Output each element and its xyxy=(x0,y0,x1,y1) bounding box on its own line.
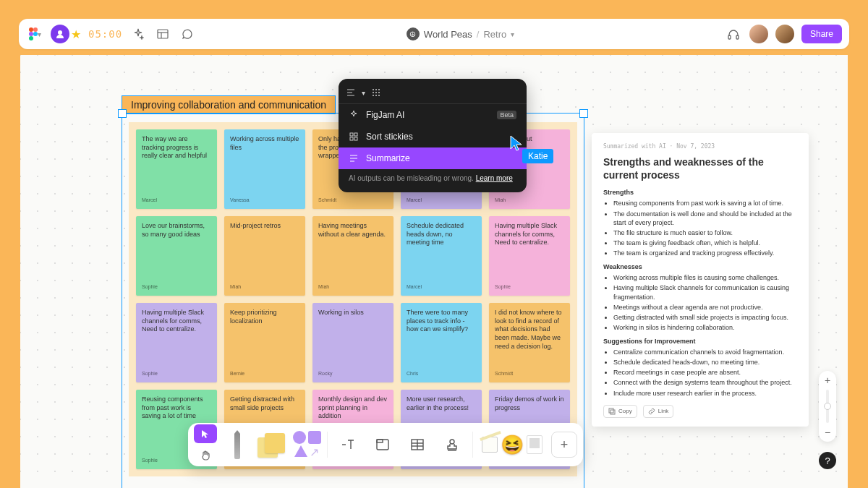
summary-title: Strengths and weaknesses of the current … xyxy=(603,155,797,181)
layout-icon[interactable] xyxy=(154,25,171,43)
comment-icon[interactable] xyxy=(179,25,196,43)
svg-point-21 xyxy=(375,95,377,96)
list-item: The file structure is much easier to fol… xyxy=(613,228,797,237)
sticky-note[interactable]: Schedule dedicated heads down, no meetin… xyxy=(401,216,482,296)
shape-tool[interactable]: ↗ xyxy=(292,429,321,461)
menu-sort-stickies[interactable]: Sort stickies xyxy=(339,126,527,147)
weaknesses-list: Working across multiple files is causing… xyxy=(603,273,797,332)
svg-rect-25 xyxy=(350,137,353,140)
list-item: The documentation is well done and shoul… xyxy=(613,210,797,227)
grid-icon xyxy=(349,132,359,142)
learn-more-link[interactable]: Learn more xyxy=(476,174,513,182)
svg-rect-24 xyxy=(354,133,357,136)
polaroid-widget-icon xyxy=(527,435,542,454)
list-item: Meetings without a clear agenda are not … xyxy=(613,303,797,312)
link-button[interactable]: Link xyxy=(643,405,674,418)
zoom-control[interactable]: + − xyxy=(819,371,836,442)
chevron-down-icon: ▾ xyxy=(511,30,514,38)
sticky-note[interactable]: The way we are tracking progress is real… xyxy=(136,129,217,209)
sticky-note[interactable]: Working across multiple filesVanessa xyxy=(224,129,305,209)
sticky-note[interactable]: I did not know where to look to find a r… xyxy=(489,303,570,382)
context-menu: ▾ FigJam AI Beta Sort stickies Summarize… xyxy=(339,79,527,192)
collaborator-avatar-2[interactable] xyxy=(775,25,794,43)
svg-point-4 xyxy=(29,36,33,40)
svg-rect-26 xyxy=(354,137,357,140)
ai-summary-card: Summarized with AI · Nov 7, 2023 Strengt… xyxy=(592,133,809,427)
svg-point-16 xyxy=(378,89,380,90)
section-label[interactable]: Improving collaboration and communicatio… xyxy=(122,95,336,114)
share-button[interactable]: Share xyxy=(801,25,842,43)
file-name: Retro xyxy=(483,29,506,40)
sticky-note[interactable]: Having multiple Slack channels for comms… xyxy=(489,216,570,296)
sticky-note[interactable]: Having meetings without a clear agenda.M… xyxy=(312,216,393,296)
sparkle-icon[interactable] xyxy=(129,25,147,43)
breadcrumb[interactable]: ☮ World Peas / Retro ▾ xyxy=(196,27,725,40)
sticky-note[interactable]: Keep prioritizing localizationBernie xyxy=(224,303,305,382)
grid-drag-icon[interactable] xyxy=(371,87,381,98)
more-tools-button[interactable]: + xyxy=(551,432,577,458)
sticky-note[interactable]: Mid-project retrosMiah xyxy=(224,216,305,296)
section-tool[interactable] xyxy=(368,430,397,459)
timer-display[interactable]: 05:00 xyxy=(88,28,122,40)
figma-menu[interactable]: ▾ xyxy=(26,25,43,43)
zoom-slider[interactable] xyxy=(826,390,829,423)
svg-point-18 xyxy=(375,92,377,93)
top-bar: ▾ ★ 05:00 ☮ World Peas / Retro ▾ Share xyxy=(19,19,849,49)
collaborator-avatar-1[interactable] xyxy=(749,25,768,43)
headphones-icon[interactable] xyxy=(725,25,742,43)
widgets-group[interactable]: 😆 xyxy=(479,434,545,456)
align-icon[interactable] xyxy=(346,87,356,98)
list-item: Schedule dedicated heads-down, no meetin… xyxy=(613,358,797,367)
menu-figjam-ai[interactable]: FigJam AI Beta xyxy=(339,104,527,126)
list-item: Connect with the design systems team thr… xyxy=(613,378,797,387)
emoji-widget-icon: 😆 xyxy=(501,434,524,456)
sticky-note[interactable]: Having multiple Slack channels for comms… xyxy=(136,303,217,382)
suggestions-list: Centralize communication channels to avo… xyxy=(603,348,797,398)
project-name: World Peas xyxy=(424,29,472,40)
svg-point-14 xyxy=(373,89,374,90)
sparkle-icon xyxy=(349,110,359,120)
beta-badge: Beta xyxy=(497,111,516,119)
stamp-tool[interactable] xyxy=(438,430,467,459)
svg-rect-30 xyxy=(609,408,613,413)
list-item: Centralize communication channels to avo… xyxy=(613,348,797,356)
svg-point-15 xyxy=(375,89,377,90)
remote-cursor-label: Katie xyxy=(522,149,553,163)
list-item: Include more user research earlier in th… xyxy=(613,389,797,398)
tape-widget-icon xyxy=(482,437,498,453)
svg-rect-23 xyxy=(350,133,353,136)
sticky-note[interactable]: There were too many places to track info… xyxy=(401,303,482,382)
star-icon: ★ xyxy=(71,27,81,41)
sticky-note[interactable]: Love our brainstorms, so many good ideas… xyxy=(136,216,217,296)
zoom-in-button[interactable]: + xyxy=(825,375,830,385)
svg-point-39 xyxy=(450,440,454,444)
table-tool[interactable] xyxy=(403,430,432,459)
hand-tool[interactable] xyxy=(194,446,217,465)
copy-button[interactable]: Copy xyxy=(603,405,637,418)
svg-rect-31 xyxy=(610,410,615,414)
svg-point-20 xyxy=(373,95,374,96)
text-tool[interactable] xyxy=(333,430,362,459)
list-item: Having multiple Slack channels for commu… xyxy=(613,283,797,301)
sticky-note[interactable]: Working in silosRocky xyxy=(312,303,393,382)
ai-disclaimer: AI outputs can be misleading or wrong. L… xyxy=(339,169,527,185)
select-tool[interactable] xyxy=(194,424,217,443)
list-item: Getting distracted with small side proje… xyxy=(613,313,797,322)
list-item: Working across multiple files is causing… xyxy=(613,273,797,282)
pencil-tool[interactable] xyxy=(223,429,252,461)
svg-point-0 xyxy=(29,27,33,32)
menu-summarize[interactable]: Summarize xyxy=(339,147,527,169)
summary-meta: Summarized with AI · Nov 7, 2023 xyxy=(603,143,797,150)
zoom-out-button[interactable]: − xyxy=(825,427,830,437)
list-item: The team is organized and tracking progr… xyxy=(613,249,797,257)
presenter-avatar[interactable] xyxy=(51,25,69,43)
sticky-tool[interactable] xyxy=(258,429,286,461)
list-item: The team is giving feedback often, which… xyxy=(613,239,797,247)
svg-point-17 xyxy=(373,92,374,93)
strengths-heading: Strengths xyxy=(603,189,797,196)
bottom-toolbar: ↗ 😆 + xyxy=(188,423,583,466)
weaknesses-heading: Weaknesses xyxy=(603,263,797,270)
help-button[interactable]: ? xyxy=(819,452,836,469)
chevron-down-icon[interactable]: ▾ xyxy=(362,89,365,97)
remote-cursor-icon xyxy=(509,134,524,152)
